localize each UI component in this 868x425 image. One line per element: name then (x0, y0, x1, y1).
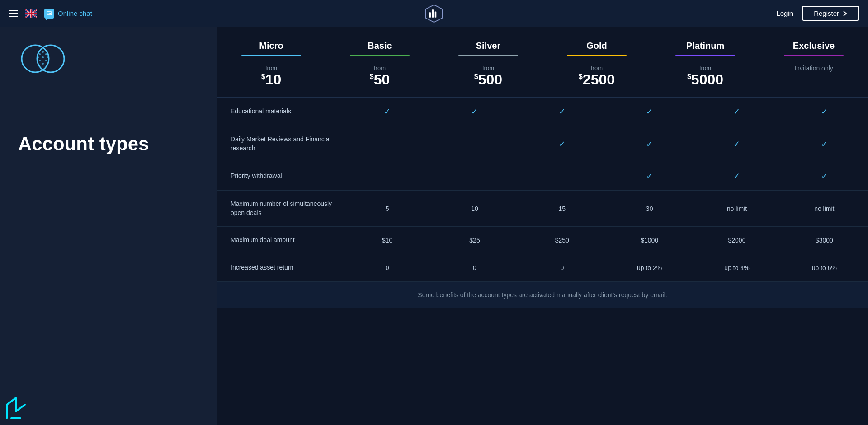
table-row: Increased asset return000up to 2%up to 4… (217, 254, 868, 282)
svg-point-15 (42, 56, 44, 58)
svg-point-14 (37, 56, 39, 58)
cell-4-4: $2000 (693, 228, 780, 253)
cell-4-2: $250 (519, 228, 606, 253)
header: Online chat Login Register (0, 0, 868, 27)
svg-rect-8 (429, 12, 431, 17)
svg-point-11 (42, 51, 44, 53)
cell-2-3: ✓ (606, 162, 693, 190)
svg-rect-6 (432, 9, 434, 18)
check-icon: ✓ (646, 140, 653, 149)
chat-bubble-icon (44, 9, 54, 19)
cell-0-5: ✓ (781, 98, 868, 126)
svg-point-2 (48, 13, 49, 14)
cell-2-1 (431, 167, 518, 185)
logo (424, 4, 444, 23)
cell-5-1: 0 (431, 255, 518, 280)
cell-2-4: ✓ (693, 162, 780, 190)
svg-point-3 (49, 13, 50, 14)
account-name-silver: Silver (439, 41, 538, 51)
online-chat-button[interactable]: Online chat (44, 9, 92, 19)
account-header-basic: Basic from $50 (326, 36, 434, 97)
from-label: from (656, 65, 755, 71)
account-name-basic: Basic (330, 41, 429, 51)
from-price-micro: $10 (222, 71, 321, 88)
cell-1-0 (344, 135, 431, 153)
cell-1-3: ✓ (606, 130, 693, 158)
online-chat-label: Online chat (58, 9, 92, 17)
right-panel: Micro from $10 Basic from $50 Silver fro… (217, 27, 868, 425)
cell-3-0: 5 (344, 196, 431, 221)
cell-5-5: up to 6% (781, 255, 868, 280)
cell-4-1: $25 (431, 228, 518, 253)
page-title: Account types (18, 133, 199, 155)
svg-rect-7 (435, 11, 437, 17)
svg-point-17 (39, 60, 41, 61)
check-icon: ✓ (471, 107, 478, 116)
account-header-micro: Micro from $10 (217, 36, 326, 97)
table-row: Maximum number of simultaneously open de… (217, 191, 868, 227)
svg-marker-5 (426, 5, 443, 22)
check-icon: ✓ (821, 107, 828, 116)
check-icon: ✓ (646, 107, 653, 116)
brand-logo (18, 41, 199, 79)
invitation-only-label: Invitation only (764, 65, 863, 72)
table-row: Maximum deal amount$10$25$250$1000$2000$… (217, 227, 868, 254)
cell-4-0: $10 (344, 228, 431, 253)
notice-text: Some benefits of the account types are a… (418, 291, 667, 299)
svg-point-16 (47, 56, 49, 58)
header-left: Online chat (9, 9, 92, 19)
svg-point-18 (45, 60, 47, 61)
from-label: from (439, 65, 538, 71)
check-icon: ✓ (646, 172, 653, 181)
cell-5-3: up to 2% (606, 255, 693, 280)
left-panel: Account types (0, 27, 217, 425)
cell-4-5: $3000 (781, 228, 868, 253)
cell-5-4: up to 4% (693, 255, 780, 280)
table-row: Educational materials✓✓✓✓✓✓ (217, 98, 868, 126)
cell-4-3: $1000 (606, 228, 693, 253)
cell-5-2: 0 (519, 255, 606, 280)
check-icon: ✓ (733, 140, 740, 149)
svg-point-9 (22, 45, 49, 72)
from-label: from (330, 65, 429, 71)
account-name-gold: Gold (547, 41, 646, 51)
notice-bar: Some benefits of the account types are a… (217, 282, 868, 308)
language-flag[interactable] (25, 9, 37, 18)
account-header-gold: Gold from $2500 (542, 36, 651, 97)
cell-3-2: 15 (519, 196, 606, 221)
check-icon: ✓ (733, 107, 740, 116)
cell-0-4: ✓ (693, 98, 780, 126)
table-row: Priority withdrawal✓✓✓ (217, 162, 868, 191)
cell-2-5: ✓ (781, 162, 868, 190)
from-label: from (222, 65, 321, 71)
svg-point-10 (37, 45, 64, 72)
check-icon: ✓ (821, 140, 828, 149)
from-price-silver: $500 (439, 71, 538, 88)
cell-1-2: ✓ (519, 130, 606, 158)
row-label-5: Increased asset return (217, 254, 344, 281)
svg-point-4 (50, 13, 51, 14)
account-name-platinum: Platinum (656, 41, 755, 51)
check-icon: ✓ (384, 107, 391, 116)
cell-0-0: ✓ (344, 98, 431, 126)
bottom-corner-logo (5, 396, 29, 420)
account-header-exclusive: Exclusive Invitation only (760, 36, 868, 97)
from-price-gold: $2500 (547, 71, 646, 88)
cell-1-1 (431, 135, 518, 153)
login-button[interactable]: Login (776, 9, 793, 17)
hamburger-menu[interactable] (9, 10, 18, 17)
from-price-platinum: $5000 (656, 71, 755, 88)
features-table: Educational materials✓✓✓✓✓✓Daily Market … (217, 98, 868, 282)
svg-point-12 (39, 53, 41, 55)
cell-3-4: no limit (693, 196, 780, 221)
from-price-basic: $50 (330, 71, 429, 88)
header-right: Login Register (776, 6, 859, 21)
account-name-micro: Micro (222, 41, 321, 51)
register-button[interactable]: Register (802, 6, 859, 21)
cell-5-0: 0 (344, 255, 431, 280)
cell-2-0 (344, 167, 431, 185)
account-header-platinum: Platinum from $5000 (651, 36, 760, 97)
cell-0-2: ✓ (519, 98, 606, 126)
cell-3-1: 10 (431, 196, 518, 221)
table-row: Daily Market Reviews and Financial resea… (217, 126, 868, 162)
